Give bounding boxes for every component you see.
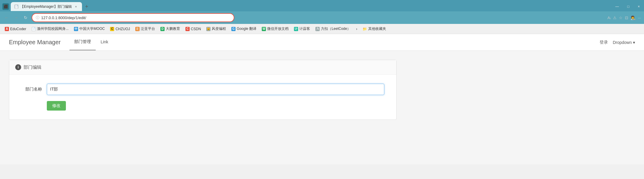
bookmark-favicon-chzuoj: C [110,27,114,31]
tab-title: 【EmployeeManager】部门编辑 [20,4,72,9]
bookmark-label-mooc: 中国大学MOOC [79,26,105,31]
bookmark-label-leetcode: 力扣（LeetCode） [321,26,351,31]
card-body: 部门名称 修改 [9,75,396,120]
form-group-department-name: 部门名称 [21,84,384,95]
back-button[interactable]: ← [3,14,10,21]
bookmark-favicon-zhuzhou: 📄 [32,27,36,31]
bookmark-zhuzhou[interactable]: 📄 滁州学院校园网身... [29,25,71,32]
address-right-icons: Aᵢ ⚠ ☆ ⊡ 🧑‍🎨 ··· [607,16,641,20]
bookmark-folder-icon: 📁 [363,27,367,31]
bookmark-leetcode[interactable]: 力 力扣（LeetCode） [313,25,353,32]
browser-chrome: ⬛ 📄 【EmployeeManager】部门编辑 × + — □ × ← → … [0,0,644,34]
address-info-icon: ⓘ [36,15,39,20]
close-window-button[interactable]: × [636,4,642,9]
bookmark-label-wechat: 微信开放文档 [267,26,289,31]
bookmark-mooc[interactable]: 中 中国大学MOOC [72,25,107,32]
browser-icon: ⬛ [2,3,9,10]
bookmark-label-taobao: 泛亚平台 [141,26,155,31]
bookmark-educoder[interactable]: A EduCoder [2,26,29,32]
refresh-button[interactable]: ↻ [22,14,29,21]
collections-icon[interactable]: ⊡ [625,16,628,20]
bookmark-favicon-wechat: W [262,27,266,31]
bookmark-favicon-mooc: 中 [74,27,78,31]
bookmark-favicon-educoder: A [5,27,9,31]
bookmark-dapeng[interactable]: D 大鹏教育 [158,25,182,32]
nav-link-link[interactable]: Link [96,34,113,51]
bookmark-label-zhuzhou: 滁州学院校园网身... [37,26,69,31]
tab-bar: ⬛ 📄 【EmployeeManager】部门编辑 × + — □ × [0,0,644,11]
bookmark-more-arrow[interactable]: › [354,26,360,32]
address-input-wrap[interactable]: ⓘ 127.0.0.1:8000/dep/1/edit/ [32,13,234,22]
window-controls: — □ × [614,4,642,9]
bookmark-google[interactable]: G Google 翻译 [229,25,259,32]
nav-right: 登录 Dropdown ▾ [600,40,635,45]
app-navbar: Employee Manager 部门管理 Link 登录 Dropdown ▾ [0,34,644,51]
bookmark-folder-label: 其他收藏夹 [368,26,386,31]
read-aloud-icon[interactable]: Aᵢ [607,16,611,20]
tab-bar-left: ⬛ [2,3,9,10]
bookmark-label-chzuoj: CHZUOJ [115,27,130,31]
active-tab[interactable]: 📄 【EmployeeManager】部门编辑 × [11,2,82,11]
info-circle-icon: i [15,64,21,70]
page-content: i 部门编辑 部门名称 修改 [0,51,644,164]
bookmark-jisuanke[interactable]: 计 计蒜客 [292,25,312,32]
bookmark-label-educoder: EduCoder [10,27,26,31]
bookmark-favicon-jisuanke: 计 [294,27,298,31]
maximize-button[interactable]: □ [626,4,631,9]
card-title: 部门编辑 [24,65,41,70]
nav-dropdown[interactable]: Dropdown ▾ [613,40,635,45]
nav-login-button[interactable]: 登录 [600,40,608,45]
bookmark-favicon-dapeng: D [160,27,165,31]
department-name-input[interactable] [47,84,384,95]
bookmark-folder[interactable]: 📁 其他收藏夹 [360,25,388,32]
app-brand: Employee Manager [9,39,61,46]
profile-icon[interactable]: 🧑‍🎨 [631,16,635,20]
alert-icon: ⚠ [613,16,617,20]
new-tab-button[interactable]: + [83,2,91,11]
bookmark-favicon-csdn: C [185,27,190,31]
bookmark-taobao[interactable]: 泛 泛亚平台 [133,25,157,32]
bookmark-favicon-leetcode: 力 [315,27,320,31]
nav-dropdown-label: Dropdown [613,40,632,45]
favorites-icon[interactable]: ☆ [619,16,623,20]
nav-dropdown-arrow: ▾ [633,40,635,45]
bookmark-csdn[interactable]: C CSDN [183,26,203,32]
bookmark-label-jisuanke: 计蒜客 [299,26,310,31]
more-icon[interactable]: ··· [638,16,641,20]
bookmark-favicon-fengbian: 🐱 [206,27,210,31]
bookmark-label-fengbian: 风变编程 [212,26,226,31]
tab-favicon: 📄 [14,4,18,9]
nav-links: 部门管理 Link [69,34,113,51]
forward-button[interactable]: → [13,14,20,21]
bookmark-favicon-google: G [231,27,236,31]
bookmark-more-chevron: › [356,27,357,31]
bookmark-favicon-taobao: 泛 [135,27,140,31]
address-bar: ← → ↻ ⓘ 127.0.0.1:8000/dep/1/edit/ Aᵢ ⚠ … [0,11,644,24]
nav-link-department[interactable]: 部门管理 [69,34,96,51]
edit-card: i 部门编辑 部门名称 修改 [9,60,397,120]
bookmark-label-dapeng: 大鹏教育 [166,26,180,31]
bookmarks-bar: A EduCoder 📄 滁州学院校园网身... 中 中国大学MOOC C CH… [0,24,644,34]
submit-button[interactable]: 修改 [47,101,66,111]
bookmark-chzuoj[interactable]: C CHZUOJ [108,26,132,32]
bookmark-label-csdn: CSDN [191,27,201,31]
minimize-button[interactable]: — [614,4,621,9]
card-header: i 部门编辑 [9,60,396,75]
address-url[interactable]: 127.0.0.1:8000/dep/1/edit/ [41,16,230,20]
bookmark-fengbian[interactable]: 🐱 风变编程 [204,25,228,32]
bookmark-label-google: Google 翻译 [237,26,256,31]
form-label-department-name: 部门名称 [21,87,42,92]
tab-close-button[interactable]: × [74,4,78,9]
bookmark-wechat[interactable]: W 微信开放文档 [259,25,291,32]
